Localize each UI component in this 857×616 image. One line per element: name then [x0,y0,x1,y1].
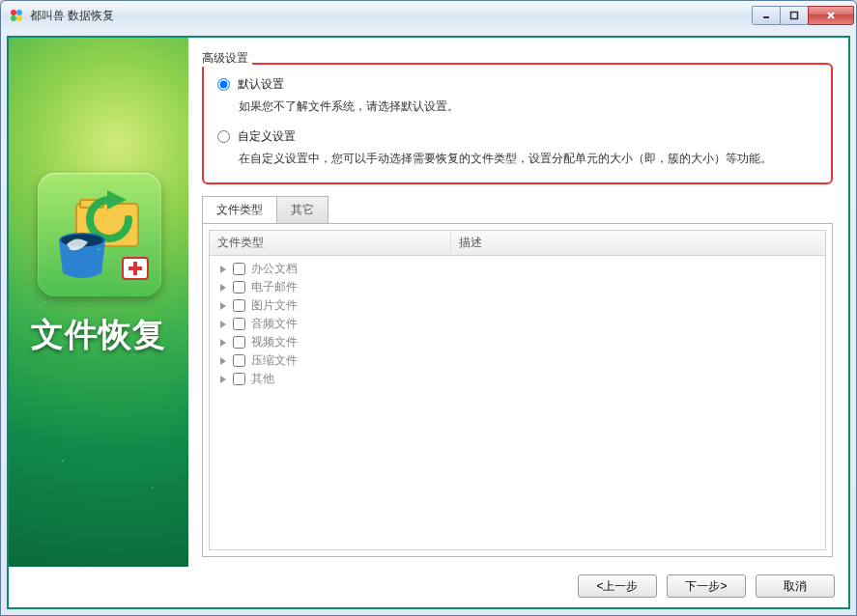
svg-marker-18 [220,302,226,310]
svg-rect-5 [791,13,798,19]
tree-item-label: 视频文件 [251,334,298,350]
window-title: 都叫兽 数据恢复 [30,8,753,24]
svg-point-11 [59,233,105,248]
window-controls [753,6,854,25]
tree-item-label: 电子邮件 [251,279,298,295]
expand-icon[interactable] [217,374,229,385]
tab-bar: 文件类型 其它 [202,196,833,223]
cancel-button[interactable]: 取消 [756,574,835,598]
expand-icon[interactable] [217,355,229,367]
tree-checkbox[interactable] [233,299,245,312]
tree-checkbox[interactable] [233,373,245,385]
file-type-tree[interactable]: 文件类型 描述 办公文档电子邮件图片文件音频文件视频文件压缩文件其他 [209,230,826,550]
close-button[interactable] [808,6,854,25]
svg-rect-13 [123,258,148,279]
option-custom-desc: 在自定义设置中，您可以手动选择需要恢复的文件类型，设置分配单元的大小（即，簇的大… [239,151,817,167]
svg-rect-8 [76,204,138,246]
tab-pane-file-type: 文件类型 描述 办公文档电子邮件图片文件音频文件视频文件压缩文件其他 [202,223,833,557]
svg-marker-22 [220,376,226,383]
svg-marker-16 [220,266,226,273]
tree-checkbox[interactable] [233,281,245,294]
svg-point-12 [61,235,103,247]
tree-row[interactable]: 图片文件 [210,296,825,315]
tree-row[interactable]: 视频文件 [210,333,825,351]
svg-marker-10 [107,190,127,210]
option-default-label: 默认设置 [238,76,284,93]
svg-point-2 [11,15,16,21]
app-window: 都叫兽 数据恢复 [0,0,857,616]
brand-title: 文件恢复 [9,313,188,357]
option-custom-label: 自定义设置 [238,128,296,145]
tree-checkbox[interactable] [233,318,245,330]
tree-row[interactable]: 其他 [210,370,825,388]
svg-marker-21 [220,357,226,365]
tree-header: 文件类型 描述 [210,231,825,256]
tree-item-label: 音频文件 [251,316,298,332]
svg-marker-20 [220,339,226,347]
col-description[interactable]: 描述 [451,231,825,255]
option-default[interactable]: 默认设置 [217,76,817,93]
app-icon [9,8,24,23]
tree-checkbox[interactable] [233,354,245,367]
group-label: 高级设置 [202,50,252,67]
content-panel: 高级设置 默认设置 如果您不了解文件系统，请选择默认设置。 自定义设置 在自定义… [188,38,848,567]
option-default-desc: 如果您不了解文件系统，请选择默认设置。 [239,98,817,115]
tree-row[interactable]: 电子邮件 [210,278,825,296]
tree-row[interactable]: 压缩文件 [210,351,825,370]
client-area: 文件恢复 高级设置 默认设置 如果您不了解文件系统，请选择默认设置。 自定义设置 [7,36,850,609]
options-highlight: 默认设置 如果您不了解文件系统，请选择默认设置。 自定义设置 在自定义设置中，您… [202,63,833,184]
brand-panel: 文件恢复 [9,38,188,567]
next-button[interactable]: 下一步> [667,574,746,598]
svg-marker-19 [220,321,226,328]
svg-marker-17 [220,284,226,292]
svg-point-1 [16,10,22,15]
tree-item-label: 压缩文件 [251,352,298,369]
svg-point-0 [11,10,16,15]
radio-default[interactable] [217,78,230,91]
recovery-icon [38,173,161,296]
tree-checkbox[interactable] [233,263,245,275]
titlebar[interactable]: 都叫兽 数据恢复 [1,1,856,30]
radio-custom[interactable] [217,130,230,143]
tab-other[interactable]: 其它 [276,196,329,223]
tree-row[interactable]: 办公文档 [210,260,825,278]
expand-icon[interactable] [217,300,229,312]
wizard-footer: <上一步 下一步> 取消 [9,567,848,607]
tree-item-label: 图片文件 [251,297,298,314]
tree-checkbox[interactable] [233,336,245,349]
tree-body: 办公文档电子邮件图片文件音频文件视频文件压缩文件其他 [210,256,825,392]
tree-item-label: 其他 [251,371,274,387]
back-button[interactable]: <上一步 [578,574,657,598]
advanced-settings-group: 高级设置 默认设置 如果您不了解文件系统，请选择默认设置。 自定义设置 在自定义… [202,59,833,184]
tree-row[interactable]: 音频文件 [210,315,825,333]
col-file-type[interactable]: 文件类型 [210,231,451,255]
expand-icon[interactable] [217,337,229,349]
expand-icon[interactable] [217,282,229,294]
svg-rect-9 [80,200,103,208]
svg-point-3 [16,15,22,21]
tab-file-type[interactable]: 文件类型 [202,196,277,223]
expand-icon[interactable] [217,319,229,330]
expand-icon[interactable] [217,264,229,275]
tree-item-label: 办公文档 [251,261,298,277]
minimize-button[interactable] [752,6,781,25]
maximize-button[interactable] [780,6,809,25]
option-custom[interactable]: 自定义设置 [217,128,817,145]
